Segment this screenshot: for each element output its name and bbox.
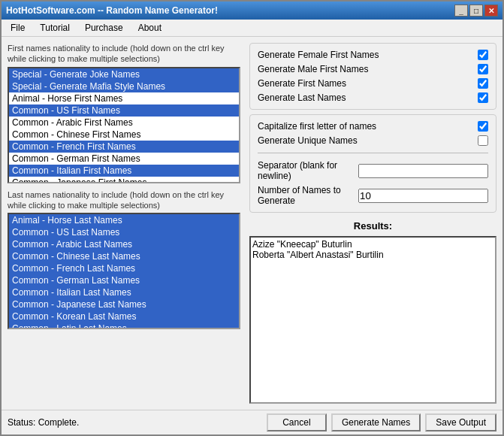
list-item[interactable]: Special - Generate Mafia Style Names <box>9 80 239 92</box>
list-item[interactable]: Animal - Horse Last Names <box>9 214 239 226</box>
results-text: Azize "Kneecap" Buturlin Roberta "Albert… <box>252 239 493 260</box>
generate-options-group: Generate Female First NamesGenerate Male… <box>249 43 496 110</box>
option-checkbox-1[interactable] <box>478 135 488 146</box>
list-item[interactable]: Common - US First Names <box>9 104 239 117</box>
list-item[interactable]: Common - Arabic First Names <box>9 117 239 129</box>
title-bar: HotHotSoftware.com -- Random Name Genera… <box>2 2 502 20</box>
cancel-button[interactable]: Cancel <box>267 413 327 431</box>
save-button[interactable]: Save Output <box>425 413 496 431</box>
list-item[interactable]: Common - Japanese Last Names <box>9 298 239 310</box>
menu-tutorial[interactable]: Tutorial <box>34 21 76 35</box>
results-label: Results: <box>249 220 496 232</box>
list-item[interactable]: Special - Generate Joke Names <box>9 68 239 80</box>
first-names-section: First names nationality to include (hold… <box>8 43 240 183</box>
option-row: Generate Unique Names <box>258 135 488 146</box>
option-input-2[interactable] <box>358 164 488 178</box>
checkbox-row: Generate Female First Names <box>258 50 488 60</box>
first-names-label: First names nationality to include (hold… <box>8 43 240 65</box>
right-panel: Generate Female First NamesGenerate Male… <box>249 43 496 404</box>
list-item[interactable]: Common - Chinese First Names <box>9 129 239 141</box>
window-title: HotHotSoftware.com -- Random Name Genera… <box>6 5 218 16</box>
checkbox-generate-female-first-names[interactable] <box>478 50 488 60</box>
checkbox-generate-last-names[interactable] <box>478 92 488 103</box>
results-area[interactable]: Azize "Kneecap" Buturlin Roberta "Albert… <box>249 236 496 404</box>
option-row: Number of Names to Generate <box>258 185 488 206</box>
checkbox-generate-male-first-names[interactable] <box>478 64 488 74</box>
list-item[interactable]: Common - Arabic Last Names <box>9 238 239 250</box>
menu-file[interactable]: File <box>5 21 31 35</box>
generate-button[interactable]: Generate Names <box>331 413 421 431</box>
list-item[interactable]: Common - Korean Last Names <box>9 310 239 322</box>
menu-about[interactable]: About <box>132 21 167 35</box>
list-item[interactable]: Animal - Horse First Names <box>9 92 239 104</box>
last-names-label: Last names nationality to include (hold … <box>8 189 240 211</box>
list-item[interactable]: Common - French First Names <box>9 141 239 153</box>
window-controls: _ □ ✕ <box>454 5 498 17</box>
first-names-listbox[interactable]: Special - Generate Joke NamesSpecial - G… <box>9 68 239 182</box>
last-names-section: Last names nationality to include (hold … <box>8 189 240 330</box>
action-buttons: Cancel Generate Names Save Output <box>267 413 496 431</box>
first-names-listbox-container: Special - Generate Joke NamesSpecial - G… <box>8 67 240 183</box>
list-item[interactable]: Common - Italian Last Names <box>9 286 239 298</box>
list-item[interactable]: Common - German Last Names <box>9 274 239 286</box>
left-panel: First names nationality to include (hold… <box>8 43 240 404</box>
list-item[interactable]: Common - Italian First Names <box>9 165 239 177</box>
option-checkbox-0[interactable] <box>478 121 488 132</box>
option-row: Separator (blank for newline) <box>258 160 488 181</box>
list-item[interactable]: Common - French Last Names <box>9 262 239 274</box>
checkbox-row: Generate First Names <box>258 78 488 89</box>
content-area: First names nationality to include (hold… <box>2 37 502 410</box>
close-button[interactable]: ✕ <box>484 5 498 17</box>
name-options-group: Capitalize first letter of namesGenerate… <box>249 114 496 213</box>
last-names-listbox[interactable]: Animal - Horse Last NamesCommon - US Las… <box>9 214 239 328</box>
maximize-button[interactable]: □ <box>469 5 483 17</box>
list-item[interactable]: Common - Chinese Last Names <box>9 250 239 262</box>
list-item[interactable]: Common - Japanese First Names <box>9 177 239 182</box>
checkbox-row: Generate Last Names <box>258 92 488 103</box>
status-bar: Status: Complete. <box>8 417 79 428</box>
main-window: HotHotSoftware.com -- Random Name Genera… <box>0 0 504 436</box>
list-item[interactable]: Common - German First Names <box>9 153 239 165</box>
last-names-listbox-container: Animal - Horse Last NamesCommon - US Las… <box>8 213 240 329</box>
checkbox-row: Generate Male First Names <box>258 64 488 74</box>
menu-bar: File Tutorial Purchase About <box>2 20 502 37</box>
menu-purchase[interactable]: Purchase <box>79 21 129 35</box>
option-row: Capitalize first letter of names <box>258 121 488 132</box>
minimize-button[interactable]: _ <box>454 5 468 17</box>
list-item[interactable]: Common - US Last Names <box>9 226 239 238</box>
list-item[interactable]: Common - Latin Last Names <box>9 322 239 328</box>
checkbox-generate-first-names[interactable] <box>478 78 488 89</box>
option-input-3[interactable] <box>358 189 488 203</box>
bottom-bar: Status: Complete. Cancel Generate Names … <box>2 410 502 434</box>
